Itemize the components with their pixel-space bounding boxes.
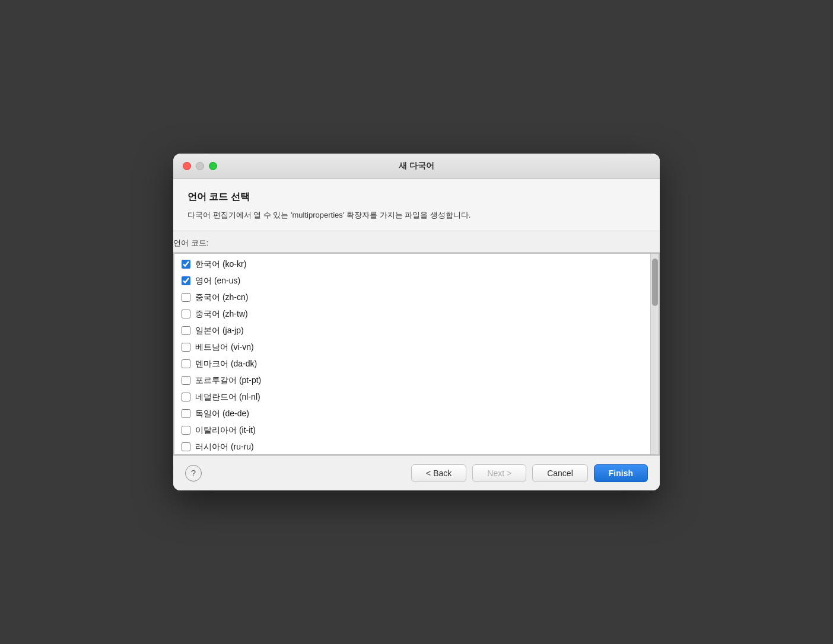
language-list[interactable]: 한국어 (ko-kr)영어 (en-us)중국어 (zh-cn)중국어 (zh-… <box>174 254 650 454</box>
language-label-text: 중국어 (zh-tw) <box>195 309 248 320</box>
list-item[interactable]: 네덜란드어 (nl-nl) <box>174 389 650 406</box>
language-label-text: 일본어 (ja-jp) <box>195 326 244 336</box>
language-label-text: 이탈리아어 (it-it) <box>195 425 256 436</box>
next-button: Next > <box>472 464 526 482</box>
language-checkbox-pt-pt[interactable] <box>182 376 190 385</box>
content-area: 언어 코드 선택 다국어 편집기에서 열 수 있는 'multiproperti… <box>173 179 660 231</box>
section-title: 언어 코드 선택 <box>187 191 646 203</box>
language-checkbox-zh-tw[interactable] <box>182 310 190 318</box>
language-label-text: 중국어 (zh-cn) <box>195 292 248 303</box>
language-checkbox-vi-vn[interactable] <box>182 343 190 352</box>
list-item[interactable]: 일본어 (ja-jp) <box>174 323 650 339</box>
language-list-container: 한국어 (ko-kr)영어 (en-us)중국어 (zh-cn)중국어 (zh-… <box>174 253 659 455</box>
list-item[interactable]: 러시아어 (ru-ru) <box>174 439 650 454</box>
language-checkbox-ko-kr[interactable] <box>182 260 190 269</box>
section-description: 다국어 편집기에서 열 수 있는 'multiproperties' 확장자를 … <box>187 209 646 221</box>
list-item[interactable]: 덴마크어 (da-dk) <box>174 356 650 372</box>
help-button[interactable]: ? <box>185 465 202 482</box>
language-label-section: 언어 코드: <box>173 231 660 253</box>
title-bar: 새 다국어 <box>173 154 660 179</box>
language-label-text: 덴마크어 (da-dk) <box>195 359 257 369</box>
language-label-text: 포르투갈어 (pt-pt) <box>195 375 261 386</box>
scrollbar-track[interactable] <box>650 254 659 454</box>
list-item[interactable]: 독일어 (de-de) <box>174 406 650 422</box>
back-button[interactable]: < Back <box>411 464 466 482</box>
language-label-text: 영어 (en-us) <box>195 276 240 286</box>
list-item[interactable]: 중국어 (zh-cn) <box>174 289 650 306</box>
list-item[interactable]: 중국어 (zh-tw) <box>174 306 650 323</box>
language-checkbox-nl-nl[interactable] <box>182 393 190 401</box>
list-item[interactable]: 베트남어 (vi-vn) <box>174 339 650 356</box>
list-item[interactable]: 포르투갈어 (pt-pt) <box>174 372 650 389</box>
language-label-text: 베트남어 (vi-vn) <box>195 342 254 353</box>
language-label-text: 러시아어 (ru-ru) <box>195 442 254 452</box>
list-item[interactable]: 이탈리아어 (it-it) <box>174 422 650 439</box>
cancel-button[interactable]: Cancel <box>532 464 588 482</box>
close-button[interactable] <box>183 162 191 170</box>
list-item[interactable]: 한국어 (ko-kr) <box>174 256 650 273</box>
language-checkbox-it-it[interactable] <box>182 426 190 435</box>
language-checkbox-ru-ru[interactable] <box>182 442 190 451</box>
language-checkbox-de-de[interactable] <box>182 409 190 418</box>
dialog-window: 새 다국어 언어 코드 선택 다국어 편집기에서 열 수 있는 'multipr… <box>173 154 660 490</box>
window-title: 새 다국어 <box>399 161 434 171</box>
traffic-lights <box>183 162 217 170</box>
language-checkbox-ja-jp[interactable] <box>182 326 190 335</box>
maximize-button[interactable] <box>209 162 217 170</box>
minimize-button[interactable] <box>196 162 204 170</box>
language-list-wrapper: 한국어 (ko-kr)영어 (en-us)중국어 (zh-cn)중국어 (zh-… <box>173 253 660 455</box>
language-label-text: 한국어 (ko-kr) <box>195 259 246 270</box>
list-item[interactable]: 영어 (en-us) <box>174 273 650 289</box>
language-label-text: 독일어 (de-de) <box>195 409 249 419</box>
scrollbar-thumb[interactable] <box>652 259 658 306</box>
finish-button[interactable]: Finish <box>594 464 648 482</box>
language-checkbox-da-dk[interactable] <box>182 359 190 368</box>
language-code-label: 언어 코드: <box>173 238 208 247</box>
language-label-text: 네덜란드어 (nl-nl) <box>195 392 260 403</box>
nav-buttons: < Back Next > Cancel Finish <box>411 464 648 482</box>
language-checkbox-en-us[interactable] <box>182 276 190 285</box>
language-checkbox-zh-cn[interactable] <box>182 293 190 302</box>
bottom-bar: ? < Back Next > Cancel Finish <box>173 455 660 490</box>
